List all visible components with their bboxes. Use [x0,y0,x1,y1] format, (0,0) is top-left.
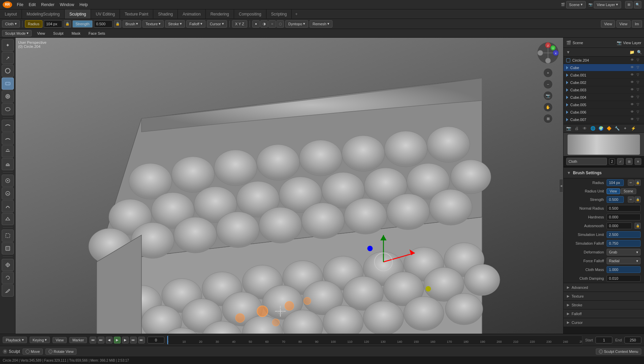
menu-edit[interactable]: Edit [27,2,38,8]
start-frame-input[interactable]: 1 [595,337,612,343]
tool-blob[interactable] [2,103,14,115]
tab-uv[interactable]: UV Editing [91,9,120,19]
brush-check-btn[interactable]: ✓ [617,158,624,165]
tab-modeling[interactable]: Modeling Sculpting [22,9,65,19]
sim-limit-input[interactable]: 2.500 [607,231,641,238]
tool-flatten[interactable] [2,145,14,157]
cloth-damping-input[interactable]: 0.010 [607,275,641,282]
restrict-cube006[interactable]: ▽ [637,110,641,115]
zoom-out-btn[interactable]: − [543,80,553,89]
orbit-btn[interactable]: ⊞ [543,114,553,123]
radius-unit-view-btn[interactable]: View [607,188,620,194]
eye-cube003[interactable]: 👁 [631,88,635,92]
menu-window[interactable]: Window [58,2,76,8]
current-frame-input[interactable]: 0 [148,337,164,343]
falloff-btn[interactable]: Falloff ▾ [186,20,205,28]
prop-tab-view[interactable]: 👁 [581,125,588,132]
deformation-dropdown[interactable]: Grab ▾ [607,249,641,255]
sculpt-face-sets-btn[interactable]: Face Sets [86,31,108,36]
mode-selector[interactable]: Cloth ▾ [2,20,20,28]
scene-selector[interactable]: Scene ▾ [566,1,586,8]
tool-move[interactable] [2,259,14,271]
tab-rendering[interactable]: Rendering [206,9,234,19]
menu-help[interactable]: Help [77,2,90,8]
brush-copy-btn[interactable]: ⊞ [626,158,633,165]
prop-tab-particles[interactable]: ✦ [621,125,629,132]
scene-obj-eye-cube[interactable]: 👁 [631,65,635,70]
prop-tab-object[interactable]: 🔶 [605,125,613,132]
editor-type-btn[interactable]: ⊞ [625,1,633,8]
scene-obj-cube007[interactable]: Cube.007 👁▽ [564,116,644,123]
radius-value[interactable]: 104 px [44,20,62,28]
radius-input[interactable]: 104 px [607,179,624,186]
sculpt-mode-selector[interactable]: Sculpt Mode ▾ [2,30,32,36]
radius-lock-btn[interactable]: 🔒 [635,180,641,186]
timeline-view-dropdown[interactable]: View [53,337,67,343]
tool-mask[interactable] [2,230,14,242]
prop-tab-output[interactable]: 🖨 [573,125,580,132]
play-pause-btn[interactable]: ▶ [114,337,121,343]
texture-section-toggle[interactable]: ▶ Texture [564,292,644,300]
tool-smooth[interactable] [2,132,14,145]
radius-edit-btn[interactable]: ✏ [628,180,634,186]
eye-cube005[interactable]: 👁 [631,102,635,107]
tool-box-mask[interactable] [2,242,14,254]
tool-elastic-deform[interactable] [2,187,14,200]
tool-clay[interactable] [2,65,14,77]
menu-file[interactable]: File [15,2,25,8]
cursor-btn[interactable]: Cursor ▾ [207,20,227,28]
rotate-view-btn[interactable]: Rotate View [45,348,76,355]
jump-start-btn[interactable]: ⏮ [90,337,96,343]
scene-obj-cube003[interactable]: Cube.003 👁▽ [564,86,644,94]
new-collection-icon[interactable]: 📁 [629,49,635,56]
sculpt-mask-btn[interactable]: Mask [69,31,83,36]
filter-objects-icon[interactable]: 🔍 [636,49,643,56]
brush-btn[interactable]: Brush ▾ [123,20,141,28]
xyz-constraint[interactable]: X Y Z [232,20,247,28]
scene-obj-eye-icon[interactable]: 👁 [631,58,635,63]
prop-tab-modifier[interactable]: 🔧 [613,125,621,132]
viewport-shading-2[interactable]: ◑ [260,20,268,28]
scene-obj-cube001[interactable]: Cube.001 👁▽ [564,71,644,79]
scene-obj-restrict-cube[interactable]: ▽ [637,65,641,70]
prop-tab-scene[interactable]: 🌐 [589,125,597,132]
im-btn[interactable]: Im [632,20,642,28]
strength-lock-icon[interactable]: 🔒 [114,20,121,28]
menu-render[interactable]: Render [39,2,56,8]
eye-cube002[interactable]: 👁 [631,80,635,85]
radius-lock-icon[interactable]: 🔒 [64,20,71,28]
restrict-cube001[interactable]: ▽ [637,73,641,78]
advanced-section-toggle[interactable]: ▶ Advanced [564,283,644,292]
normal-radius-input[interactable]: 0.500 [607,205,641,212]
tool-rotate[interactable] [2,272,14,284]
tool-annotate[interactable] [2,284,14,297]
tool-thumb[interactable] [2,213,14,225]
view2-btn[interactable]: View [616,20,631,28]
viewport-shading-1[interactable]: ● [252,20,260,28]
eye-cube007[interactable]: 👁 [631,117,635,122]
move-btn[interactable]: Move [23,348,43,355]
hardness-input[interactable]: 0.000 [607,214,641,220]
tool-draw-sharp[interactable]: ↗ [2,52,14,64]
radius-btn[interactable]: Radius [25,20,42,28]
sculpt-sculpt-btn[interactable]: Sculpt [51,31,66,36]
search-btn[interactable]: 🔍 [634,1,641,8]
view-btn[interactable]: View [601,20,615,28]
dyntype-btn[interactable]: Dyntopo ▾ [285,20,308,28]
strength-input[interactable]: 0.500 [607,196,624,203]
brush-name-input[interactable]: Cloth [566,158,607,165]
restrict-cube007[interactable]: ▽ [637,117,641,122]
tab-compositing[interactable]: Compositing [234,9,266,19]
zoom-in-btn[interactable]: + [543,68,553,78]
force-falloff-dropdown[interactable]: Radial ▾ [607,257,641,264]
step-forward-btn[interactable]: ▶ [122,337,129,343]
prop-tab-physics[interactable]: ⚡ [630,125,637,132]
tool-cloth[interactable] [2,78,14,90]
strength-value[interactable]: 0.500 [94,20,112,28]
end-frame-input[interactable]: 250 [624,337,641,343]
timeline-ruler[interactable]: 0 10 20 30 40 50 60 70 80 90 100 110 120… [167,335,582,345]
tab-layout[interactable]: Layout [0,9,22,19]
tool-inflate[interactable] [2,90,14,102]
autosmooth-lock-btn[interactable]: 🔒 [635,223,641,229]
panel-toggle-btn[interactable]: ◀ [559,179,563,192]
